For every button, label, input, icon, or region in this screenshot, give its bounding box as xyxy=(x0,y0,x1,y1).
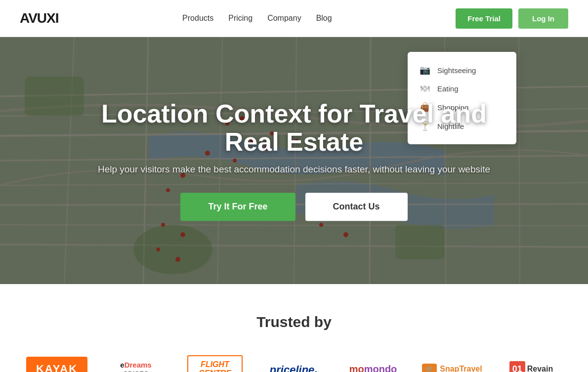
hero-content: Location Context for Travel and Real Est… xyxy=(72,100,516,221)
snaptravel-logo: 🛒 SnapTravel xyxy=(422,364,482,372)
edreams-logo: eDreams ODIGEO xyxy=(108,361,164,372)
flightcentre-logo: FLIGHT CENTRE xyxy=(187,355,243,372)
nav-links: Products Pricing Company Blog xyxy=(182,14,332,23)
camera-icon: 📷 xyxy=(420,65,430,76)
trusted-logos: KAYAK eDreams ODIGEO FLIGHT CENTRE price… xyxy=(20,350,568,372)
momondo-logo: momondo xyxy=(349,364,397,372)
dropdown-label-eating: Eating xyxy=(437,84,459,93)
hero-title: Location Context for Travel and Real Est… xyxy=(72,100,516,156)
logo-priceline: priceline. xyxy=(254,356,334,372)
logo-edreams: eDreams ODIGEO xyxy=(96,356,175,372)
priceline-logo: priceline. xyxy=(270,361,318,372)
trusted-section: Trusted by KAYAK eDreams ODIGEO FLIGHT C… xyxy=(0,284,588,372)
navbar-actions: Free Trial Log In xyxy=(456,8,568,29)
contact-us-button[interactable]: Contact Us xyxy=(305,193,408,221)
nav-blog[interactable]: Blog xyxy=(316,14,332,23)
nav-pricing[interactable]: Pricing xyxy=(228,14,252,23)
fork-icon: 🍽 xyxy=(420,83,430,94)
logo-snaptravel: 🛒 SnapTravel xyxy=(413,359,492,372)
logo-revain: 01 Revain xyxy=(492,356,571,372)
free-trial-button[interactable]: Free Trial xyxy=(456,8,512,29)
logo-momondo: momondo xyxy=(334,359,413,372)
logo-kayak: KAYAK xyxy=(17,352,96,372)
trusted-title: Trusted by xyxy=(20,314,568,331)
nav-products[interactable]: Products xyxy=(182,14,213,23)
dropdown-item-eating[interactable]: 🍽 Eating xyxy=(420,80,504,98)
login-button[interactable]: Log In xyxy=(518,8,568,29)
logo-text: AVUXI xyxy=(20,10,59,26)
brand-logo: AVUXI xyxy=(20,10,59,26)
hero-section: 📷 Sightseeing 🍽 Eating 👜 Shopping 🍸 Nigh… xyxy=(0,37,588,284)
kayak-logo: KAYAK xyxy=(26,357,87,372)
try-free-button[interactable]: Try It For Free xyxy=(180,193,295,221)
dropdown-label-sightseeing: Sightseeing xyxy=(437,66,476,75)
hero-buttons: Try It For Free Contact Us xyxy=(72,193,516,221)
hero-subtitle: Help your visitors make the best accommo… xyxy=(72,165,516,175)
revain-logo: 01 Revain xyxy=(509,361,553,372)
dropdown-item-sightseeing[interactable]: 📷 Sightseeing xyxy=(420,61,504,80)
nav-company[interactable]: Company xyxy=(267,14,301,23)
logo-flightcentre: FLIGHT CENTRE xyxy=(175,350,254,372)
navbar: AVUXI Products Pricing Company Blog Free… xyxy=(0,0,588,37)
